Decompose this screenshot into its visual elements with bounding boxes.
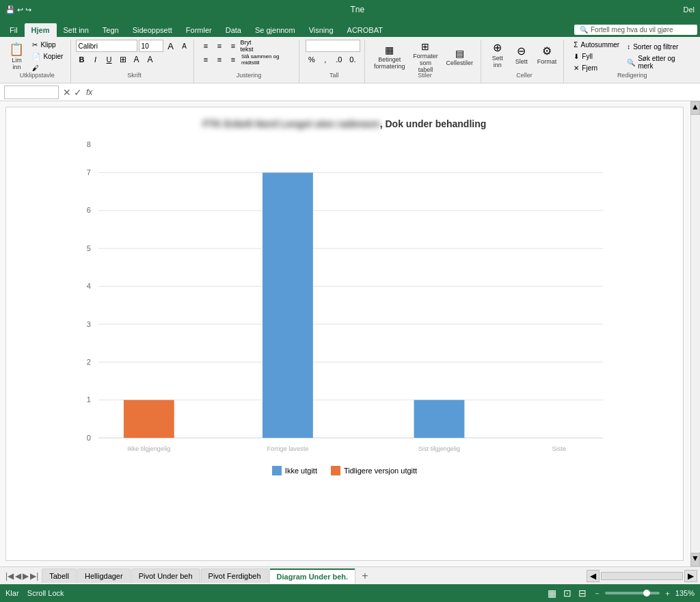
- hscroll-right[interactable]: ▶: [684, 570, 697, 582]
- percent-button[interactable]: %: [306, 53, 318, 66]
- redigering-label: Redigering: [568, 72, 696, 79]
- hscroll-left[interactable]: ◀: [587, 570, 600, 582]
- delete-button[interactable]: ⊖ Slett: [511, 44, 533, 67]
- align-top-left-button[interactable]: ≡: [200, 40, 212, 52]
- confirm-formula-icon[interactable]: ✓: [74, 87, 82, 98]
- zoom-level: 135%: [675, 589, 695, 597]
- fill-button[interactable]: ⬇Fyll: [571, 51, 622, 62]
- formula-input[interactable]: [96, 87, 696, 98]
- cut-button[interactable]: ✂Klipp: [29, 40, 66, 50]
- formula-bar: ✕ ✓ fx: [0, 83, 700, 101]
- insert-button[interactable]: ⊕ Settinn: [487, 40, 509, 70]
- border-button[interactable]: ⊞: [117, 53, 129, 66]
- copy-label: Kopier: [43, 53, 63, 60]
- tab-tegn[interactable]: Tegn: [96, 23, 126, 37]
- copy-button[interactable]: 📄Kopier: [29, 51, 66, 62]
- paste-button[interactable]: 📋 Liminn: [5, 41, 27, 73]
- quick-access-toolbar[interactable]: 💾 ↩ ↪: [5, 5, 31, 14]
- fill-color-button[interactable]: A: [131, 53, 143, 66]
- sheet-tab-helligdager[interactable]: Helligdager: [77, 568, 131, 583]
- align-top-right-button[interactable]: ≡: [227, 40, 239, 52]
- tab-formler[interactable]: Formler: [179, 23, 219, 37]
- view-normal-icon[interactable]: ▦: [548, 588, 556, 599]
- search-icon: 🔍: [580, 26, 588, 34]
- legend-label-tidligere-versjon: Tidligere versjon utgitt: [344, 467, 417, 475]
- format-as-table-button[interactable]: ⊞ Formatersom tabell: [409, 40, 442, 75]
- sheet-tab-diagram-under[interactable]: Diagram Under beh.: [269, 568, 356, 584]
- tab-visning[interactable]: Visning: [302, 23, 340, 37]
- vertical-scrollbar[interactable]: ▲ ▼: [690, 101, 700, 566]
- search-box[interactable]: 🔍 Fortell meg hva du vil gjøre: [574, 25, 697, 35]
- scroll-down-button[interactable]: ▼: [690, 553, 700, 566]
- underline-button[interactable]: U: [103, 53, 116, 66]
- bar-cat2-blue: [262, 172, 313, 438]
- sheet-tab-pivot-ferdig[interactable]: Pivot Ferdigbeh: [201, 568, 269, 583]
- chart-legend: Ikke utgitt Tidligere versjon utgitt: [6, 466, 683, 475]
- tab-fil[interactable]: Fil: [3, 23, 25, 37]
- cancel-formula-icon[interactable]: ✕: [63, 87, 71, 98]
- align-bottom-right-button[interactable]: ≡: [227, 53, 239, 66]
- sort-filter-button[interactable]: ↕Sorter og filtrer: [624, 42, 690, 52]
- tab-hjem[interactable]: Hjem: [25, 23, 57, 37]
- sheet-tab-tabell[interactable]: Tabell: [42, 568, 77, 583]
- scroll-up-button[interactable]: ▲: [690, 101, 700, 115]
- sheet-nav-first[interactable]: |◀: [5, 571, 14, 581]
- increase-decimal-button[interactable]: .0: [333, 53, 345, 66]
- zoom-out-button[interactable]: －: [593, 588, 601, 599]
- tab-se-gjennom[interactable]: Se gjennom: [248, 23, 302, 37]
- align-top-center-button[interactable]: ≡: [213, 40, 226, 52]
- find-select-button[interactable]: 🔍Søk etter og merk: [624, 53, 690, 71]
- bold-button[interactable]: B: [76, 53, 88, 66]
- title-bar-left: 💾 ↩ ↪: [5, 5, 31, 14]
- zoom-in-button[interactable]: ＋: [664, 588, 671, 599]
- comma-button[interactable]: ,: [319, 53, 332, 66]
- sheet-tab-pivot-under[interactable]: Pivot Under beh: [131, 568, 200, 583]
- name-box[interactable]: [4, 86, 59, 99]
- merge-center-button[interactable]: Slå sammen og midtstill: [241, 53, 295, 66]
- align-bottom-center-button[interactable]: ≡: [213, 53, 226, 66]
- formula-bar-icons: ✕ ✓: [63, 87, 82, 98]
- ribbon-group-celler: ⊕ Settinn ⊖ Slett ⚙ Format Celler: [485, 40, 565, 83]
- svg-text:0: 0: [87, 434, 91, 442]
- font-color-button[interactable]: A: [144, 53, 157, 66]
- wrap-text-button[interactable]: Bryt tekst: [241, 40, 253, 52]
- svg-text:Forrige laveste: Forrige laveste: [267, 445, 308, 452]
- sheet-nav-next[interactable]: ▶: [23, 571, 29, 581]
- conditional-format-button[interactable]: ▦ Betingetformatering: [372, 43, 407, 72]
- decrease-decimal-button[interactable]: 0.: [347, 53, 359, 66]
- font-increase-button[interactable]: A: [165, 40, 177, 52]
- legend-label-ikke-utgitt: Ikke utgitt: [285, 467, 317, 475]
- tab-sett-inn[interactable]: Sett inn: [57, 23, 96, 37]
- italic-button[interactable]: I: [90, 53, 102, 66]
- tab-data[interactable]: Data: [219, 23, 248, 37]
- title-bar-filename: Tne: [350, 5, 364, 14]
- ribbon-group-justering: ≡ ≡ ≡ Bryt tekst ≡ ≡ ≡ Slå sammen og mid…: [198, 40, 299, 83]
- conditional-format-icon: ▦: [385, 45, 394, 55]
- font-decrease-button[interactable]: A: [178, 40, 191, 52]
- number-format-input[interactable]: [306, 40, 360, 52]
- sheet-nav-prev[interactable]: ◀: [15, 571, 21, 581]
- align-bottom-left-button[interactable]: ≡: [200, 53, 212, 66]
- fill-label: Fyll: [582, 53, 593, 60]
- tab-acrobat[interactable]: ACROBAT: [340, 23, 390, 37]
- title-bar: 💾 ↩ ↪ Tne Del: [0, 0, 700, 19]
- tab-sideoppsett[interactable]: Sideoppsett: [126, 23, 179, 37]
- autosum-button[interactable]: ΣAutosummer: [571, 40, 622, 50]
- sheet-nav-last[interactable]: ▶|: [30, 571, 38, 581]
- title-bar-right: Del: [683, 5, 695, 14]
- view-layout-icon[interactable]: ⊡: [563, 588, 571, 599]
- cell-styles-button[interactable]: ▤ Cellestiler: [444, 47, 475, 68]
- format-button[interactable]: ⚙ Format: [535, 44, 560, 67]
- svg-text:3: 3: [87, 320, 91, 328]
- number-btns-row: % , .0 0.: [306, 53, 359, 66]
- view-page-break-icon[interactable]: ⊟: [578, 588, 587, 599]
- font-name-input[interactable]: [76, 40, 137, 52]
- sheet-tabs-bar: |◀ ◀ ▶ ▶| Tabell Helligdager Pivot Under…: [0, 566, 700, 584]
- copy-icon: 📄: [32, 53, 40, 60]
- zoom-track[interactable]: [605, 592, 660, 594]
- hscroll-track[interactable]: [601, 572, 683, 580]
- add-sheet-button[interactable]: +: [356, 568, 373, 584]
- font-size-input[interactable]: [139, 40, 163, 52]
- bar-cat3-blue: [414, 400, 465, 438]
- svg-text:2: 2: [87, 358, 91, 366]
